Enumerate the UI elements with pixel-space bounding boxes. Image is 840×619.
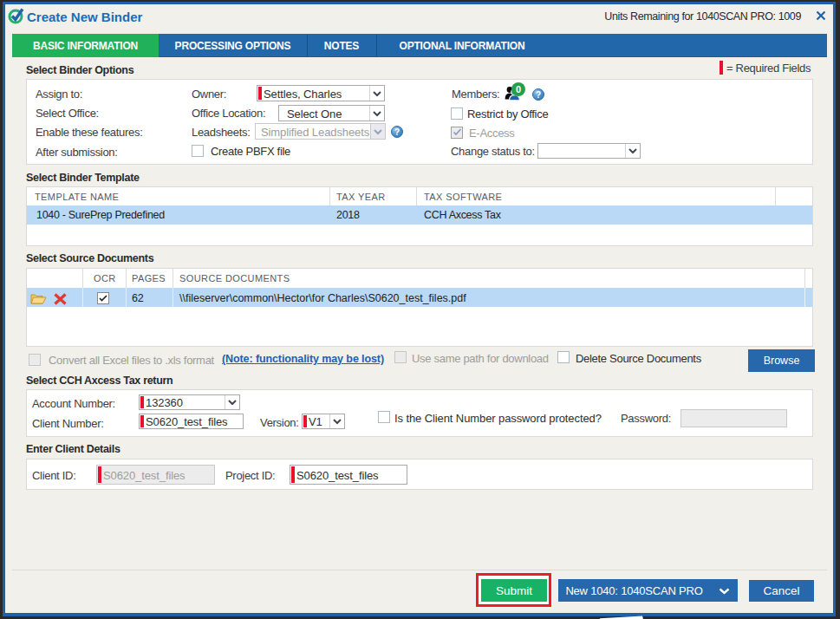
svg-text:?: ? xyxy=(536,90,541,100)
svg-text:?: ? xyxy=(394,127,400,137)
